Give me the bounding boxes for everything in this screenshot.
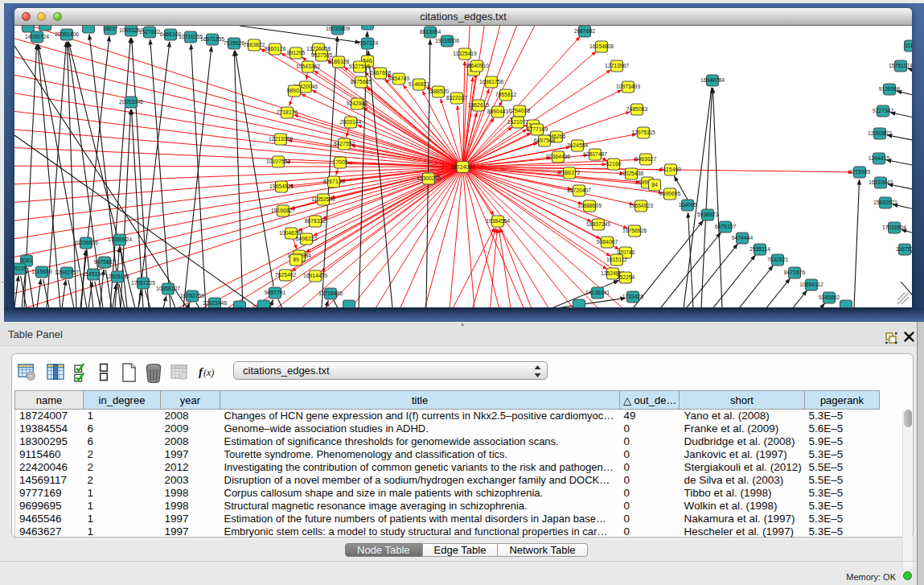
svg-text:16961758: 16961758 — [479, 79, 503, 84]
svg-text:8427552: 8427552 — [334, 141, 355, 146]
svg-text:8990443: 8990443 — [487, 109, 509, 114]
svg-text:10958107: 10958107 — [156, 286, 180, 291]
svg-text:3215955: 3215955 — [849, 169, 871, 175]
svg-text:14136141: 14136141 — [585, 290, 610, 295]
svg-text:7663822: 7663822 — [244, 42, 265, 47]
svg-text:84: 84 — [651, 182, 658, 187]
svg-text:1527602: 1527602 — [139, 29, 161, 35]
svg-text:9245652: 9245652 — [819, 295, 840, 300]
svg-text:8660128: 8660128 — [265, 46, 286, 51]
svg-text:11353594: 11353594 — [311, 196, 335, 202]
svg-text:17957225: 17957225 — [131, 280, 155, 286]
svg-text:10719155: 10719155 — [179, 34, 203, 39]
svg-text:6497568: 6497568 — [534, 138, 556, 143]
svg-text:9327508: 9327508 — [349, 64, 371, 69]
svg-text:15692971: 15692971 — [873, 200, 897, 205]
svg-text:9777169: 9777169 — [527, 126, 548, 132]
svg-text:8267130: 8267130 — [323, 179, 345, 184]
svg-text:20206576: 20206576 — [74, 240, 98, 245]
svg-text:18837: 18837 — [103, 26, 118, 31]
svg-text:9463627: 9463627 — [635, 156, 657, 162]
svg-text:6794028: 6794028 — [509, 108, 531, 113]
svg-text:8813054: 8813054 — [420, 29, 441, 35]
svg-text:7515526: 7515526 — [224, 40, 245, 46]
svg-text:7632621: 7632621 — [767, 257, 789, 262]
svg-text:891295: 891295 — [287, 50, 306, 56]
svg-text:7386372: 7386372 — [559, 170, 581, 175]
svg-text:2718176: 2718176 — [277, 109, 298, 115]
svg-text:12923448: 12923448 — [203, 300, 227, 306]
svg-text:(x): (x) — [203, 367, 214, 378]
svg-text:9115460: 9115460 — [660, 167, 681, 172]
svg-text:5938923: 5938923 — [697, 212, 719, 217]
svg-text:9975887: 9975887 — [94, 259, 116, 265]
svg-text:10807487: 10807487 — [583, 151, 607, 157]
svg-text:17359924: 17359924 — [108, 237, 132, 242]
svg-text:19654923: 19654923 — [629, 203, 653, 208]
svg-text:1115689: 1115689 — [31, 269, 52, 274]
svg-text:12505135: 12505135 — [105, 274, 129, 279]
svg-text:7357224: 7357224 — [357, 40, 379, 46]
svg-text:19756928: 19756928 — [622, 228, 647, 233]
svg-text:39159: 39159 — [14, 266, 27, 271]
svg-text:9327505: 9327505 — [311, 52, 333, 58]
svg-text:116753: 116753 — [896, 246, 912, 252]
svg-text:14055724: 14055724 — [25, 34, 49, 39]
svg-text:15720407: 15720407 — [567, 187, 591, 193]
svg-text:12213369: 12213369 — [269, 136, 293, 142]
svg-text:1621072: 1621072 — [507, 119, 529, 125]
svg-text:9242843: 9242843 — [347, 101, 368, 106]
svg-text:1112: 1112 — [905, 43, 912, 48]
svg-text:2803144: 2803144 — [340, 119, 362, 125]
svg-text:10107553: 10107553 — [266, 159, 290, 164]
svg-text:9699695: 9699695 — [659, 191, 681, 196]
svg-text:8675685: 8675685 — [351, 79, 372, 84]
svg-text:19218506: 19218506 — [435, 38, 459, 43]
svg-text:20091406: 20091406 — [55, 31, 79, 37]
svg-text:8322037: 8322037 — [446, 95, 468, 101]
svg-text:18807249: 18807249 — [586, 221, 610, 227]
svg-text:17005: 17005 — [333, 159, 348, 165]
svg-text:16671355: 16671355 — [200, 36, 224, 42]
svg-text:9474444: 9474444 — [732, 235, 754, 241]
svg-text:9084067: 9084067 — [597, 239, 618, 245]
svg-text:16648784: 16648784 — [700, 77, 725, 83]
svg-text:13300295: 13300295 — [417, 175, 441, 181]
svg-text:164095: 164095 — [679, 202, 697, 208]
svg-text:18724007: 18724007 — [450, 164, 474, 170]
svg-text:20053346: 20053346 — [119, 99, 143, 105]
svg-text:3061: 3061 — [20, 257, 32, 263]
svg-text:2935114: 2935114 — [749, 246, 770, 252]
svg-text:5498222: 5498222 — [296, 236, 318, 241]
svg-text:8678332: 8678332 — [305, 218, 326, 224]
svg-text:15716485: 15716485 — [318, 290, 343, 296]
svg-text:1244415: 1244415 — [869, 155, 890, 161]
svg-text:16914479: 16914479 — [303, 273, 327, 278]
svg-text:1615112: 1615112 — [606, 257, 627, 262]
svg-text:1588520: 1588520 — [428, 89, 450, 94]
svg-text:62160: 62160 — [606, 161, 622, 167]
svg-text:10973493: 10973493 — [616, 84, 640, 89]
svg-text:3624554: 3624554 — [567, 142, 589, 148]
svg-text:12213967: 12213967 — [605, 63, 629, 68]
svg-text:19654925: 19654925 — [269, 183, 294, 189]
svg-text:12975115: 12975115 — [631, 130, 655, 135]
svg-text:11325419: 11325419 — [453, 51, 477, 56]
svg-text:1145194: 1145194 — [83, 271, 104, 277]
svg-text:10543362: 10543362 — [296, 64, 320, 69]
svg-text:16782759: 16782759 — [180, 293, 204, 299]
svg-text:7625402: 7625402 — [275, 272, 297, 278]
svg-text:2867608: 2867608 — [370, 70, 392, 76]
svg-text:8186328: 8186328 — [328, 59, 350, 64]
svg-text:18640910: 18640910 — [465, 63, 489, 68]
svg-text:8471676: 8471676 — [784, 270, 806, 275]
svg-text:15751074: 15751074 — [889, 63, 912, 68]
svg-text:9657791: 9657791 — [265, 290, 286, 295]
svg-text:9146821: 9146821 — [409, 81, 430, 87]
svg-text:7485063: 7485063 — [626, 106, 648, 112]
svg-text:19166827: 19166827 — [271, 208, 295, 213]
svg-text:2687682: 2687682 — [574, 28, 596, 34]
svg-text:19384554: 19384554 — [486, 218, 510, 224]
svg-text:9227342: 9227342 — [873, 108, 894, 113]
svg-text:1362615: 1362615 — [468, 102, 490, 108]
